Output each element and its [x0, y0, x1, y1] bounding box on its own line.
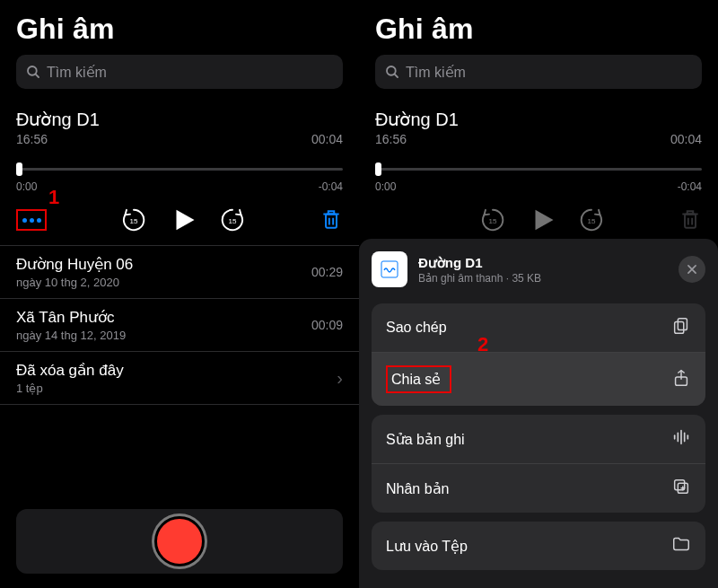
svg-text:15: 15: [489, 217, 497, 225]
play-button[interactable]: [170, 206, 197, 233]
chevron-right-icon: ›: [337, 368, 343, 389]
svg-rect-9: [685, 215, 696, 228]
recording-duration: 00:04: [670, 132, 702, 146]
list-item-date: ngày 10 thg 2, 2020: [16, 276, 133, 289]
search-icon: [384, 64, 400, 80]
action-label: Sửa bản ghi: [386, 431, 465, 448]
skip-back-icon: 15: [478, 206, 507, 234]
skip-back-15-button[interactable]: 15: [478, 206, 507, 234]
recording-time: 16:56: [16, 132, 48, 146]
trash-icon: [679, 208, 702, 232]
trash-icon: [320, 208, 343, 232]
svg-text:15: 15: [130, 217, 138, 225]
recording-name: Đường D1: [375, 109, 702, 130]
record-button[interactable]: [154, 516, 205, 566]
recording-name: Đường D1: [16, 109, 343, 130]
close-button[interactable]: [679, 256, 705, 283]
svg-rect-12: [675, 321, 684, 333]
page-title: Ghi âm: [359, 0, 718, 55]
action-label: Nhân bản: [386, 480, 450, 497]
elapsed-time: 0:00: [375, 180, 396, 193]
remaining-time: -0:04: [678, 180, 702, 193]
action-label: Lưu vào Tệp: [386, 538, 468, 555]
svg-line-1: [35, 74, 39, 77]
action-label: Chia sẻ: [391, 372, 441, 387]
skip-forward-icon: 15: [577, 206, 606, 234]
list-item-duration: 00:09: [311, 318, 343, 332]
svg-rect-4: [326, 215, 337, 228]
recently-deleted-row[interactable]: Đã xóa gần đây 1 tệp ›: [0, 352, 359, 405]
recording-duration: 00:04: [311, 132, 343, 146]
list-item-title: Xã Tân Phước: [16, 308, 126, 327]
search-placeholder: Tìm kiếm: [47, 64, 107, 81]
skip-forward-15-button[interactable]: 15: [218, 206, 247, 234]
svg-line-6: [394, 74, 398, 77]
duplicate-action[interactable]: Nhân bản: [372, 464, 705, 513]
selected-recording[interactable]: Đường D1 16:56 00:04: [359, 101, 718, 150]
list-item-duration: 00:29: [311, 265, 343, 279]
record-bar: [16, 509, 343, 574]
search-placeholder: Tìm kiếm: [406, 64, 466, 81]
list-item-title: Đường Huyện 06: [16, 255, 133, 274]
voice-memos-share-screen: Ghi âm Tìm kiếm Đường D1 16:56 00:04 0:0…: [359, 0, 718, 588]
scrubber-knob[interactable]: [375, 162, 381, 176]
audio-file-icon: [372, 251, 407, 287]
action-label: Sao chép: [386, 320, 447, 336]
playback-scrubber[interactable]: [375, 161, 702, 179]
svg-rect-11: [678, 319, 687, 330]
share-sheet: Đường D1 Bản ghi âm thanh · 35 KB Sao ch…: [359, 239, 718, 588]
recording-time: 16:56: [375, 132, 407, 146]
page-title: Ghi âm: [0, 0, 359, 55]
list-item[interactable]: Xã Tân Phước ngày 14 thg 12, 2019 00:09: [0, 299, 359, 352]
svg-rect-10: [381, 261, 398, 277]
sheet-file-sub: Bản ghi âm thanh · 35 KB: [418, 272, 541, 285]
sheet-menu-group-1: Sao chép Chia sẻ 2: [372, 303, 705, 406]
sheet-menu-group-2: Sửa bản ghi Nhân bản: [372, 415, 705, 513]
play-button[interactable]: [529, 206, 556, 233]
deleted-title: Đã xóa gần đây: [16, 361, 124, 380]
waveform-icon: [671, 427, 691, 451]
delete-button[interactable]: [679, 208, 702, 232]
list-item[interactable]: Đường Huyện 06 ngày 10 thg 2, 2020 00:29: [0, 246, 359, 299]
sheet-file-title: Đường D1: [418, 255, 541, 271]
search-input[interactable]: Tìm kiếm: [16, 55, 343, 89]
voice-memos-list-screen: Ghi âm Tìm kiếm Đường D1 16:56 00:04 0:0…: [0, 0, 359, 588]
play-icon: [170, 206, 197, 233]
skip-back-icon: 15: [119, 206, 148, 234]
sheet-menu-group-3: Lưu vào Tệp: [372, 522, 705, 570]
save-to-files-action[interactable]: Lưu vào Tệp: [372, 522, 705, 570]
elapsed-time: 0:00: [16, 180, 37, 193]
svg-text:15: 15: [588, 217, 596, 225]
copy-icon: [671, 316, 691, 339]
edit-recording-action[interactable]: Sửa bản ghi: [372, 415, 705, 464]
skip-forward-15-button[interactable]: 15: [577, 206, 606, 234]
share-action[interactable]: Chia sẻ 2: [372, 353, 705, 406]
copy-action[interactable]: Sao chép: [372, 303, 705, 353]
remaining-time: -0:04: [319, 180, 343, 193]
play-icon: [529, 206, 556, 233]
recordings-list: Đường Huyện 06 ngày 10 thg 2, 2020 00:29…: [0, 245, 359, 405]
more-options-button[interactable]: [16, 209, 47, 231]
close-icon: [686, 263, 698, 276]
share-icon: [671, 368, 691, 391]
skip-back-15-button[interactable]: 15: [119, 206, 148, 234]
delete-button[interactable]: [320, 208, 343, 232]
duplicate-icon: [671, 477, 691, 500]
deleted-count: 1 tệp: [16, 382, 124, 395]
list-item-date: ngày 14 thg 12, 2019: [16, 329, 126, 342]
skip-forward-icon: 15: [218, 206, 247, 234]
search-icon: [25, 64, 41, 80]
folder-icon: [671, 534, 691, 557]
playback-scrubber[interactable]: [16, 161, 343, 179]
scrubber-knob[interactable]: [16, 162, 22, 176]
search-input[interactable]: Tìm kiếm: [375, 55, 702, 89]
svg-text:15: 15: [229, 217, 237, 225]
selected-recording[interactable]: Đường D1 16:56 00:04: [0, 101, 359, 150]
